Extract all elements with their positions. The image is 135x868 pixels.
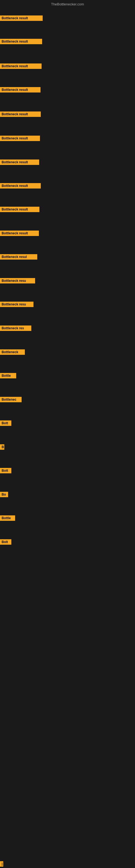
bottleneck-badge: Bottleneck result <box>0 63 42 69</box>
bottleneck-badge: Bott <box>0 468 11 473</box>
bottleneck-badge: Bottlenec <box>0 397 21 402</box>
bottleneck-badge: | <box>0 861 3 867</box>
bottleneck-badge: Bottleneck result <box>0 16 43 21</box>
bottleneck-badge: Bottleneck resul <box>0 254 37 259</box>
bottleneck-badge: Bottleneck result <box>0 135 40 141</box>
bottleneck-badge: Bottleneck resu <box>0 278 35 283</box>
bottleneck-badge: Bottleneck result <box>0 112 41 117</box>
bottleneck-badge: Bottleneck result <box>0 183 41 188</box>
bottleneck-badge: Bottle <box>0 516 15 521</box>
bottleneck-badge: Bott <box>0 421 11 426</box>
site-title: TheBottlenecker.com <box>0 2 135 6</box>
bottleneck-badge: Bo <box>0 492 8 497</box>
bottleneck-badge: Bottle <box>0 373 16 378</box>
bottleneck-badge: Bottleneck result <box>0 230 39 236</box>
bottleneck-badge: Bottleneck result <box>0 207 39 212</box>
bottleneck-badge: Bottleneck result <box>0 159 39 165</box>
bottleneck-badge: Bottleneck resu <box>0 302 34 307</box>
bottleneck-badge: Bottleneck result <box>0 87 41 93</box>
bottleneck-badge: B <box>0 444 4 450</box>
bottleneck-badge: Bottleneck res <box>0 326 31 331</box>
bottleneck-badge: Bottleneck <box>0 349 25 355</box>
bottleneck-badge: Bottleneck result <box>0 39 42 44</box>
bottleneck-badge: Bolt <box>0 539 11 545</box>
